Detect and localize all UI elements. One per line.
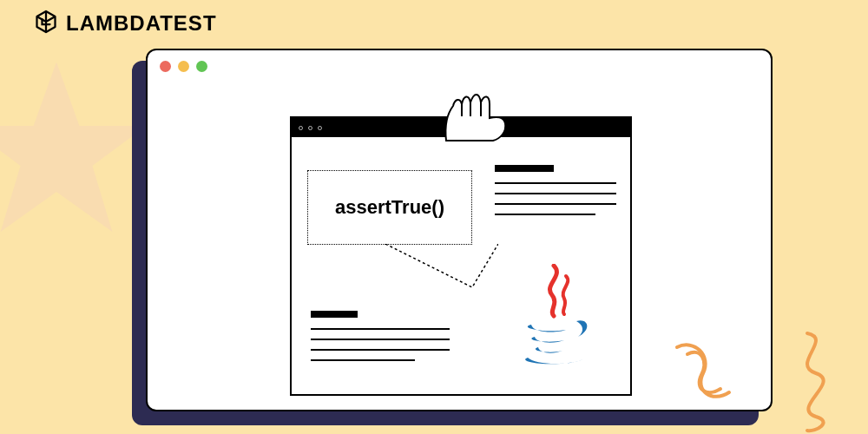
java-logo-icon [514, 264, 595, 368]
close-dot-icon [160, 61, 171, 72]
squiggle-icon [781, 330, 851, 434]
illustration-stage: assertTrue() [290, 101, 632, 399]
brand-logo: LAMBDATEST [33, 9, 217, 38]
minimize-dot-icon [178, 61, 189, 72]
window-controls [148, 50, 771, 82]
brand-name: LAMBDATEST [66, 11, 217, 36]
text-line [495, 214, 595, 215]
text-line [311, 349, 450, 351]
text-line [495, 182, 616, 184]
lambdatest-logo-icon [33, 9, 59, 38]
inner-document-window: assertTrue() [290, 116, 632, 396]
grabbing-hand-icon [436, 82, 523, 142]
text-line [311, 359, 415, 361]
text-line [495, 193, 616, 194]
squiggle-icon [668, 339, 738, 408]
callout-tail [385, 244, 498, 296]
callout-text: assertTrue() [335, 196, 444, 219]
text-line [311, 339, 450, 340]
text-placeholder-bar [311, 311, 358, 318]
titlebar-dot-icon [299, 126, 303, 130]
titlebar-dot-icon [308, 126, 312, 130]
text-placeholder-bar [495, 165, 554, 172]
text-line [495, 203, 616, 205]
squiggle-decoration [781, 330, 851, 434]
squiggle-decoration [668, 339, 738, 408]
text-line [311, 328, 450, 330]
zoom-dot-icon [196, 61, 207, 72]
code-callout: assertTrue() [307, 170, 472, 245]
titlebar-dot-icon [318, 126, 322, 130]
